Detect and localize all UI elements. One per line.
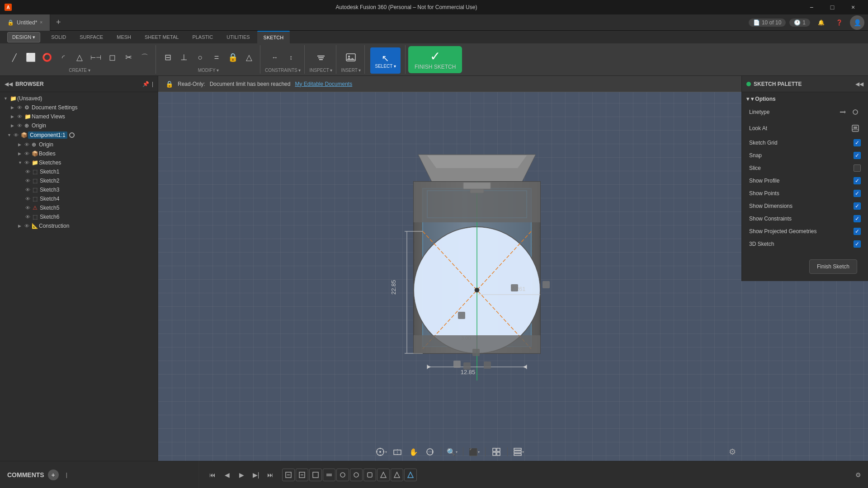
design-button[interactable]: DESIGN ▾ (7, 32, 40, 42)
timeline-item-5[interactable] (336, 469, 349, 481)
tangent-button[interactable]: = (209, 49, 224, 66)
modify-label[interactable]: MODIFY ▾ (198, 68, 219, 74)
display-mode-button[interactable]: ⬛ ▾ (467, 445, 481, 459)
show-profile-checkbox[interactable]: ✓ (854, 177, 861, 184)
orbit-button[interactable] (423, 445, 437, 459)
tree-item-origin-root[interactable]: ▶ 👁 ⊕ Origin (0, 121, 158, 130)
timeline-prev-button[interactable]: ◀ (221, 469, 233, 481)
linetype-btn2[interactable] (850, 107, 861, 117)
palette-expand-icon[interactable]: ◀◀ (855, 81, 863, 87)
timeline-next-button[interactable]: ▶| (250, 469, 262, 481)
rect-tool-button[interactable]: ⬜ (24, 49, 38, 66)
tree-item-construction[interactable]: ▶ 👁 📐 Construction (0, 221, 158, 230)
tab-close-icon[interactable]: × (40, 20, 42, 25)
palette-options-header[interactable]: ▾ ▾ Options (742, 94, 868, 104)
snap-checkbox[interactable]: ✓ (854, 152, 861, 159)
polygon-tool-button[interactable]: △ (72, 49, 87, 66)
show-dimensions-checkbox[interactable]: ✓ (854, 202, 861, 210)
slice-checkbox[interactable] (854, 164, 861, 172)
insert-image-button[interactable] (344, 49, 358, 66)
tree-item-docsettings[interactable]: ▶ 👁 ⚙ Document Settings (0, 103, 158, 112)
timeline-first-button[interactable]: ⏮ (206, 469, 219, 481)
add-comment-button[interactable]: + (48, 469, 59, 480)
timeline-item-10[interactable] (404, 469, 417, 481)
timeline-play-button[interactable]: ▶ (235, 469, 248, 481)
tree-item-unsaved[interactable]: ▼ 📁 (Unsaved) (0, 94, 158, 103)
create-label[interactable]: CREATE ▾ (69, 68, 90, 74)
inspect-label[interactable]: INSPECT ▾ (309, 68, 332, 74)
timeline-item-4[interactable] (323, 469, 335, 481)
insert-label[interactable]: INSERT ▾ (341, 68, 361, 74)
tab-sketch[interactable]: SKETCH (257, 31, 290, 43)
timeline-item-2[interactable] (296, 469, 308, 481)
finish-sketch-button[interactable]: ✓ FINISH SKETCH (408, 46, 462, 73)
browser-collapse-icon[interactable]: | (152, 81, 153, 87)
linetype-btn1[interactable] (837, 107, 848, 117)
collapse-icon[interactable]: ◀◀ (5, 81, 13, 87)
3d-sketch-checkbox[interactable]: ✓ (854, 240, 861, 248)
tree-item-bodies[interactable]: ▶ 👁 📦 Bodies (0, 149, 158, 158)
tab-solid[interactable]: SOLID (45, 31, 72, 43)
scissors-tool-button[interactable]: ✂ (121, 49, 136, 66)
show-points-checkbox[interactable]: ✓ (854, 190, 861, 197)
view-options-button[interactable]: ▾ (511, 445, 526, 459)
vdim-button[interactable]: ↕ (284, 49, 298, 66)
coincident-button[interactable]: ○ (193, 49, 208, 66)
circle-tool-button[interactable]: ⭕ (40, 49, 54, 66)
pan-button[interactable]: ✋ (406, 445, 421, 459)
sketch-grid-checkbox[interactable]: ✓ (854, 139, 861, 146)
sketch-plane-button[interactable] (390, 445, 405, 459)
notification-bell-button[interactable]: 🔔 (814, 15, 828, 30)
tree-item-sketch1[interactable]: 👁 ⬚ Sketch1 (0, 167, 158, 176)
timeline-item-3[interactable] (309, 469, 322, 481)
timeline-settings-button[interactable]: ⚙ (852, 469, 864, 481)
show-projected-checkbox[interactable]: ✓ (854, 228, 861, 235)
lock-button[interactable]: 🔒 (226, 49, 240, 66)
tree-item-sketch4[interactable]: 👁 ⬚ Sketch4 (0, 194, 158, 203)
tab-untitled[interactable]: 🔒 Untitled* × (0, 14, 50, 31)
maximize-button[interactable]: □ (822, 0, 843, 14)
add-tab-button[interactable]: + (50, 14, 66, 31)
user-avatar[interactable]: 👤 (850, 15, 864, 30)
snap-cursor-button[interactable]: ▾ (374, 445, 388, 459)
line-tool-button[interactable]: ╱ (7, 49, 22, 66)
timeline-item-8[interactable] (377, 469, 390, 481)
tree-item-sketch5[interactable]: 👁 ⚠ Sketch5 (0, 203, 158, 212)
finish-sketch-palette-button[interactable]: Finish Sketch (809, 259, 857, 274)
editable-docs-link[interactable]: My Editable Documents (295, 81, 352, 87)
tab-utilities[interactable]: UTILITIES (220, 31, 256, 43)
look-at-btn[interactable] (850, 123, 861, 134)
constraints-label[interactable]: CONSTRAINTS ▾ (265, 68, 301, 74)
show-constraints-checkbox[interactable]: ✓ (854, 215, 861, 222)
tree-item-component1[interactable]: ▼ 👁 📦 Component1:1 (0, 130, 158, 140)
tab-sheet-metal[interactable]: SHEET METAL (138, 31, 185, 43)
inspect-button[interactable] (314, 49, 328, 66)
timeline-item-1[interactable] (282, 469, 295, 481)
timeline-item-9[interactable] (391, 469, 403, 481)
comments-collapse-icon[interactable]: | (66, 472, 67, 478)
timeline-last-button[interactable]: ⏭ (264, 469, 277, 481)
tree-item-sketch6[interactable]: 👁 ⬚ Sketch6 (0, 212, 158, 221)
help-button[interactable]: ❓ (832, 15, 846, 30)
tree-item-sketch3[interactable]: 👁 ⬚ Sketch3 (0, 185, 158, 194)
parallel-button[interactable]: ⊟ (160, 49, 175, 66)
angle-button[interactable]: △ (242, 49, 256, 66)
tree-item-sketches[interactable]: ▼ 👁 📁 Sketches (0, 158, 158, 167)
arc-tool-button[interactable]: ◜ (56, 49, 71, 66)
minimize-button[interactable]: − (801, 0, 822, 14)
tree-item-named-views[interactable]: ▶ 👁 📁 Named Views (0, 112, 158, 121)
settings-gear-button[interactable]: ⚙ (723, 443, 741, 461)
tab-mesh[interactable]: MESH (110, 31, 137, 43)
close-button[interactable]: × (843, 0, 863, 14)
perpendicular-button[interactable]: ⊥ (177, 49, 191, 66)
zoom-button[interactable]: 🔍 ▾ (445, 445, 459, 459)
spline-tool-button[interactable]: ⌒ (137, 49, 152, 66)
pin-icon[interactable]: 📌 (142, 81, 149, 87)
hdim-button[interactable]: ↔ (268, 49, 282, 66)
tree-item-sketch2[interactable]: 👁 ⬚ Sketch2 (0, 176, 158, 185)
tree-item-origin-comp[interactable]: ▶ 👁 ⊕ Origin (0, 140, 158, 149)
select-button[interactable]: ↖ SELECT ▾ (370, 47, 401, 74)
timeline-item-7[interactable] (363, 469, 376, 481)
tab-surface[interactable]: SURFACE (73, 31, 109, 43)
grid-button[interactable] (489, 445, 504, 459)
